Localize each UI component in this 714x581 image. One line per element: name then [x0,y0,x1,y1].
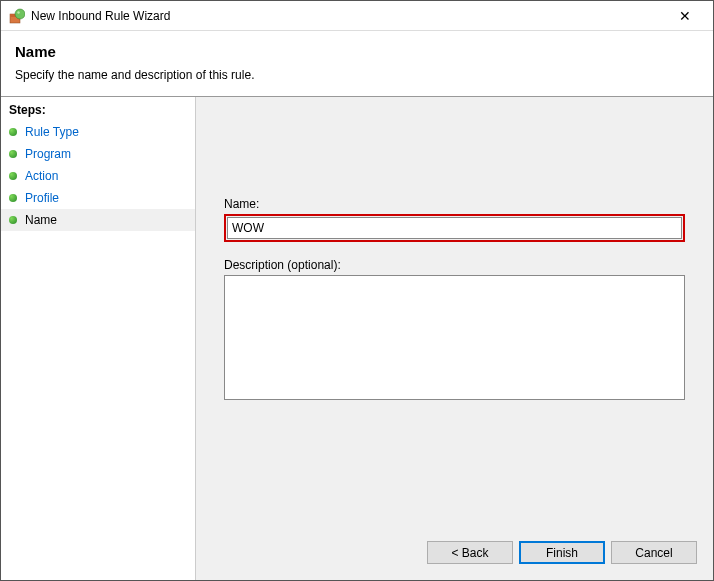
step-label: Profile [25,191,59,205]
cancel-button[interactable]: Cancel [611,541,697,564]
button-row: < Back Finish Cancel [427,541,697,564]
name-input[interactable] [227,217,682,239]
step-profile[interactable]: Profile [1,187,195,209]
svg-point-2 [15,9,25,19]
step-program[interactable]: Program [1,143,195,165]
back-button[interactable]: < Back [427,541,513,564]
step-action[interactable]: Action [1,165,195,187]
bullet-icon [9,172,17,180]
steps-sidebar: Steps: Rule Type Program Action Profile … [1,97,196,580]
window-title: New Inbound Rule Wizard [31,9,665,23]
finish-button[interactable]: Finish [519,541,605,564]
description-input[interactable] [224,275,685,400]
bullet-icon [9,216,17,224]
step-label: Action [25,169,58,183]
bullet-icon [9,150,17,158]
step-label: Rule Type [25,125,79,139]
close-button[interactable]: ✕ [665,8,705,24]
bullet-icon [9,194,17,202]
page-subtitle: Specify the name and description of this… [15,68,699,82]
wizard-body: Steps: Rule Type Program Action Profile … [1,96,713,580]
name-field-highlight [224,214,685,242]
wizard-window: New Inbound Rule Wizard ✕ Name Specify t… [0,0,714,581]
app-icon [9,8,25,24]
name-label: Name: [224,197,685,211]
step-rule-type[interactable]: Rule Type [1,121,195,143]
main-panel: Name: Description (optional): < Back Fin… [196,97,713,580]
steps-header: Steps: [1,101,195,121]
page-title: Name [15,43,699,60]
description-label: Description (optional): [224,258,685,272]
bullet-icon [9,128,17,136]
step-label: Name [25,213,57,227]
titlebar: New Inbound Rule Wizard ✕ [1,1,713,31]
svg-point-3 [17,11,19,13]
wizard-header: Name Specify the name and description of… [1,31,713,96]
step-name[interactable]: Name [1,209,195,231]
step-label: Program [25,147,71,161]
